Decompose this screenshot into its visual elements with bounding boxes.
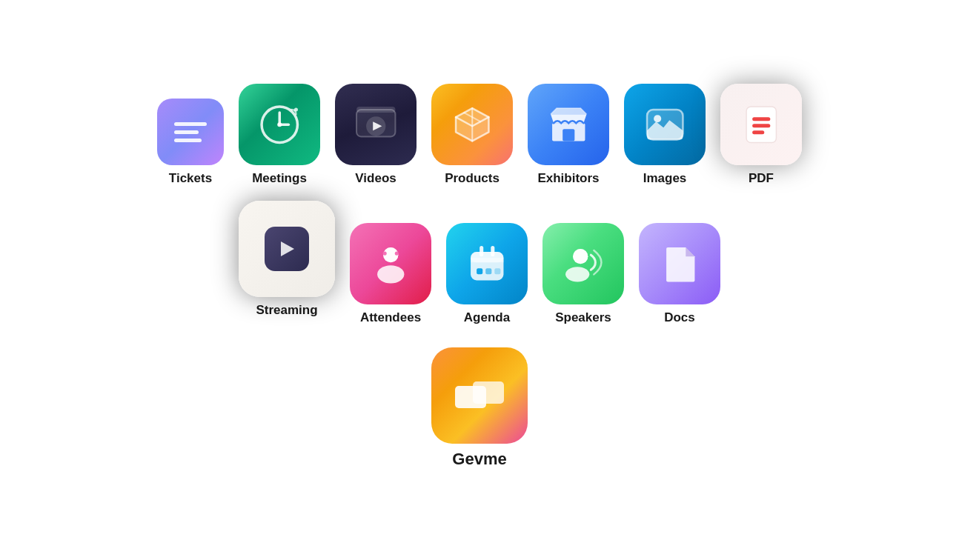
row-1: Tickets Meetings	[157, 84, 802, 186]
meetings-icon	[239, 84, 320, 165]
app-item-videos[interactable]: Videos	[335, 84, 417, 186]
svg-rect-35	[473, 381, 504, 404]
svg-point-19	[377, 265, 404, 283]
pdf-document-icon	[739, 102, 784, 147]
svg-point-12	[654, 115, 661, 122]
app-item-pdf[interactable]: PDF	[720, 84, 802, 186]
videos-play-icon	[354, 102, 399, 147]
app-item-tickets[interactable]: Tickets	[157, 99, 224, 186]
svg-marker-17	[281, 241, 294, 256]
svg-rect-16	[752, 130, 764, 134]
svg-point-21	[382, 251, 386, 255]
images-icon	[624, 84, 706, 165]
docs-label: Docs	[664, 310, 695, 325]
pdf-icon	[720, 84, 802, 165]
svg-rect-30	[494, 268, 500, 274]
speakers-person-wave-icon	[561, 241, 606, 287]
exhibitors-label: Exhibitors	[537, 171, 599, 186]
tickets-line-2	[174, 130, 199, 134]
svg-rect-28	[477, 268, 482, 274]
speakers-icon	[542, 223, 624, 304]
app-item-exhibitors[interactable]: Exhibitors	[528, 84, 609, 186]
svg-rect-25	[471, 258, 503, 262]
svg-rect-15	[752, 124, 770, 127]
images-label: Images	[643, 171, 687, 186]
svg-rect-6	[356, 107, 395, 113]
docs-icon	[639, 223, 720, 304]
docs-document-icon	[657, 241, 703, 287]
gevme-icon	[431, 347, 528, 444]
tickets-label: Tickets	[169, 171, 212, 186]
svg-rect-10	[563, 129, 574, 141]
attendees-label: Attendees	[360, 310, 421, 325]
products-label: Products	[445, 171, 500, 186]
images-photo-icon	[643, 102, 688, 147]
app-item-speakers[interactable]: Speakers	[542, 223, 624, 325]
svg-rect-27	[491, 246, 494, 256]
pdf-label: PDF	[749, 171, 774, 186]
gevme-label: Gevme	[452, 450, 506, 469]
tickets-icon	[157, 99, 224, 165]
speakers-label: Speakers	[555, 310, 611, 325]
agenda-label: Agenda	[464, 310, 510, 325]
exhibitors-icon	[528, 84, 609, 165]
app-item-images[interactable]: Images	[624, 84, 706, 186]
svg-point-4	[294, 107, 298, 111]
svg-point-33	[573, 249, 588, 264]
agenda-calendar-icon	[465, 241, 510, 287]
tickets-line-3	[174, 139, 202, 142]
meetings-label: Meetings	[252, 171, 307, 186]
streaming-label: Streaming	[256, 303, 317, 318]
app-item-docs[interactable]: Docs	[639, 223, 720, 325]
app-item-products[interactable]: Products	[431, 84, 513, 186]
app-item-agenda[interactable]: Agenda	[446, 223, 528, 325]
svg-rect-14	[752, 117, 770, 121]
app-grid: Tickets Meetings	[142, 69, 817, 491]
row-3: Gevme	[431, 347, 528, 469]
exhibitors-stall-icon	[546, 102, 591, 147]
row-2: Streaming Attendees	[239, 201, 720, 325]
app-item-meetings[interactable]: Meetings	[239, 84, 320, 186]
app-item-attendees[interactable]: Attendees	[350, 223, 431, 325]
app-item-gevme[interactable]: Gevme	[431, 347, 528, 469]
svg-rect-26	[480, 246, 483, 256]
streaming-play-icon	[273, 236, 300, 262]
videos-icon	[335, 84, 417, 165]
attendees-icon	[350, 223, 431, 304]
svg-rect-29	[485, 268, 491, 274]
svg-point-3	[277, 122, 282, 127]
tickets-line-1	[174, 122, 207, 126]
meetings-clock-icon	[257, 102, 302, 147]
gevme-logo-icon	[452, 376, 508, 416]
svg-point-32	[565, 267, 589, 281]
products-icon	[431, 84, 513, 165]
products-box-icon	[450, 102, 495, 147]
videos-label: Videos	[355, 171, 396, 186]
svg-point-22	[395, 251, 399, 255]
attendees-person-icon	[368, 241, 414, 287]
agenda-icon	[446, 223, 528, 304]
tickets-lines-icon	[174, 122, 207, 142]
streaming-inner-icon	[265, 227, 309, 271]
streaming-icon	[239, 201, 335, 297]
app-item-streaming[interactable]: Streaming	[239, 201, 335, 318]
